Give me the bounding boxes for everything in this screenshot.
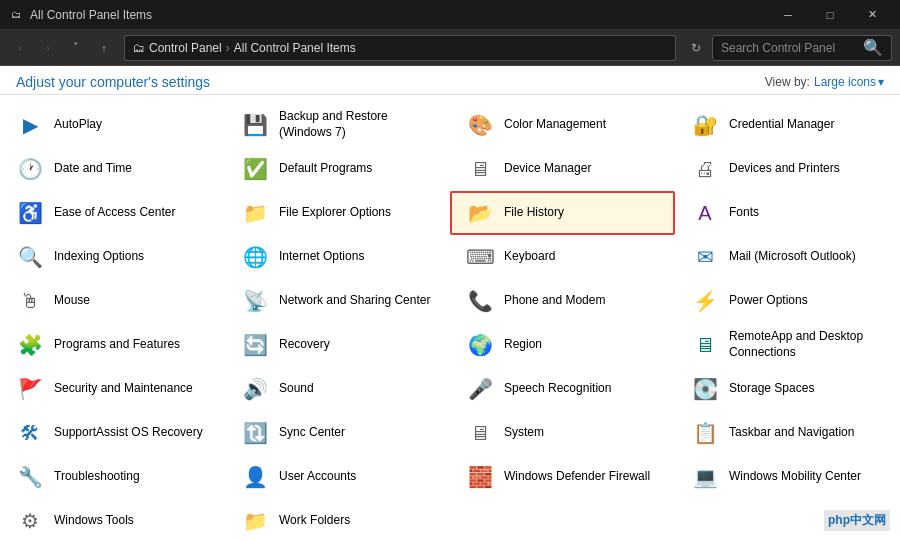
- item-label: Date and Time: [54, 161, 132, 177]
- control-item-security-and-maintenance[interactable]: 🚩Security and Maintenance: [0, 367, 225, 411]
- item-icon: 💾: [239, 109, 271, 141]
- item-label: File History: [504, 205, 564, 221]
- control-item-default-programs[interactable]: ✅Default Programs: [225, 147, 450, 191]
- item-label: Internet Options: [279, 249, 364, 265]
- view-by-link[interactable]: Large icons ▾: [814, 75, 884, 89]
- control-item-internet-options[interactable]: 🌐Internet Options: [225, 235, 450, 279]
- close-button[interactable]: ✕: [852, 0, 892, 30]
- control-item-network-and-sharing-center[interactable]: 📡Network and Sharing Center: [225, 279, 450, 323]
- control-item-system[interactable]: 🖥System: [450, 411, 675, 455]
- search-bar[interactable]: 🔍: [712, 35, 892, 61]
- control-item-work-folders[interactable]: 📁Work Folders: [225, 499, 450, 539]
- control-item-speech-recognition[interactable]: 🎤Speech Recognition: [450, 367, 675, 411]
- item-label: Network and Sharing Center: [279, 293, 430, 309]
- nav-bar: ‹ › ˅ ↑ 🗂 Control Panel › All Control Pa…: [0, 30, 900, 66]
- item-label: Windows Mobility Center: [729, 469, 861, 485]
- view-by-value: Large icons: [814, 75, 876, 89]
- title-bar: 🗂 All Control Panel Items ─ □ ✕: [0, 0, 900, 30]
- control-item-file-explorer-options[interactable]: 📁File Explorer Options: [225, 191, 450, 235]
- item-icon: ♿: [14, 197, 46, 229]
- main-content: Adjust your computer's settings View by:…: [0, 66, 900, 539]
- control-item-mouse[interactable]: 🖱Mouse: [0, 279, 225, 323]
- item-label: Power Options: [729, 293, 808, 309]
- control-item-backup-and-restore-windows-7[interactable]: 💾Backup and Restore (Windows 7): [225, 103, 450, 147]
- control-item-devices-and-printers[interactable]: 🖨Devices and Printers: [675, 147, 900, 191]
- item-icon: 🖥: [689, 329, 721, 361]
- watermark-text1: php: [828, 513, 850, 527]
- item-label: Device Manager: [504, 161, 591, 177]
- item-label: SupportAssist OS Recovery: [54, 425, 203, 441]
- item-label: Speech Recognition: [504, 381, 611, 397]
- control-item-device-manager[interactable]: 🖥Device Manager: [450, 147, 675, 191]
- up-button[interactable]: ↑: [92, 36, 116, 60]
- control-item-storage-spaces[interactable]: 💽Storage Spaces: [675, 367, 900, 411]
- item-icon: 📞: [464, 285, 496, 317]
- back-button[interactable]: ‹: [8, 36, 32, 60]
- item-icon: 🖱: [14, 285, 46, 317]
- control-item-programs-and-features[interactable]: 🧩Programs and Features: [0, 323, 225, 367]
- control-item-phone-and-modem[interactable]: 📞Phone and Modem: [450, 279, 675, 323]
- control-item-mail-microsoft-outlook[interactable]: ✉Mail (Microsoft Outlook): [675, 235, 900, 279]
- item-icon: 🌍: [464, 329, 496, 361]
- control-item-sync-center[interactable]: 🔃Sync Center: [225, 411, 450, 455]
- control-item-color-management[interactable]: 🎨Color Management: [450, 103, 675, 147]
- item-icon: 🔄: [239, 329, 271, 361]
- control-item-troubleshooting[interactable]: 🔧Troubleshooting: [0, 455, 225, 499]
- minimize-button[interactable]: ─: [768, 0, 808, 30]
- window-controls: ─ □ ✕: [768, 0, 892, 30]
- item-icon: 🌐: [239, 241, 271, 273]
- item-label: Color Management: [504, 117, 606, 133]
- window-icon: 🗂: [8, 7, 24, 23]
- control-item-recovery[interactable]: 🔄Recovery: [225, 323, 450, 367]
- item-icon: 🧱: [464, 461, 496, 493]
- control-item-autoplay[interactable]: ▶AutoPlay: [0, 103, 225, 147]
- item-icon: 🖨: [689, 153, 721, 185]
- control-item-taskbar-and-navigation[interactable]: 📋Taskbar and Navigation: [675, 411, 900, 455]
- search-icon: 🔍: [863, 38, 883, 57]
- control-item-keyboard[interactable]: ⌨Keyboard: [450, 235, 675, 279]
- item-label: Sync Center: [279, 425, 345, 441]
- item-icon: 🖥: [464, 417, 496, 449]
- item-label: Mouse: [54, 293, 90, 309]
- control-item-remoteapp-and-desktop-connections[interactable]: 🖥RemoteApp and Desktop Connections: [675, 323, 900, 367]
- control-item-date-and-time[interactable]: 🕐Date and Time: [0, 147, 225, 191]
- watermark-text2: 中文网: [850, 513, 886, 527]
- item-label: Programs and Features: [54, 337, 180, 353]
- control-item-file-history[interactable]: 📂File History: [450, 191, 675, 235]
- control-item-power-options[interactable]: ⚡Power Options: [675, 279, 900, 323]
- control-item-windows-defender-firewall[interactable]: 🧱Windows Defender Firewall: [450, 455, 675, 499]
- item-icon: ⚙: [14, 505, 46, 537]
- item-icon: 📁: [239, 505, 271, 537]
- control-item-fonts[interactable]: AFonts: [675, 191, 900, 235]
- control-item-ease-of-access-center[interactable]: ♿Ease of Access Center: [0, 191, 225, 235]
- item-icon: 🕐: [14, 153, 46, 185]
- item-icon: 💽: [689, 373, 721, 405]
- item-icon: 🚩: [14, 373, 46, 405]
- address-bar[interactable]: 🗂 Control Panel › All Control Panel Item…: [124, 35, 676, 61]
- control-item-region[interactable]: 🌍Region: [450, 323, 675, 367]
- item-label: Work Folders: [279, 513, 350, 529]
- item-label: Phone and Modem: [504, 293, 605, 309]
- item-icon: ▶: [14, 109, 46, 141]
- item-label: Storage Spaces: [729, 381, 814, 397]
- control-item-credential-manager[interactable]: 🔐Credential Manager: [675, 103, 900, 147]
- search-input[interactable]: [721, 41, 859, 55]
- forward-button[interactable]: ›: [36, 36, 60, 60]
- address-sep-1: ›: [226, 41, 230, 55]
- items-grid: ▶AutoPlay💾Backup and Restore (Windows 7)…: [0, 95, 900, 539]
- item-icon: A: [689, 197, 721, 229]
- item-label: File Explorer Options: [279, 205, 391, 221]
- control-item-windows-tools[interactable]: ⚙Windows Tools: [0, 499, 225, 539]
- maximize-button[interactable]: □: [810, 0, 850, 30]
- dropdown-button[interactable]: ˅: [64, 36, 88, 60]
- item-icon: 👤: [239, 461, 271, 493]
- refresh-button[interactable]: ↻: [684, 36, 708, 60]
- control-item-sound[interactable]: 🔊Sound: [225, 367, 450, 411]
- item-icon: ✉: [689, 241, 721, 273]
- watermark: php中文网: [824, 510, 890, 531]
- control-item-windows-mobility-center[interactable]: 💻Windows Mobility Center: [675, 455, 900, 499]
- control-item-supportassist-os-recovery[interactable]: 🛠SupportAssist OS Recovery: [0, 411, 225, 455]
- control-item-indexing-options[interactable]: 🔍Indexing Options: [0, 235, 225, 279]
- control-item-user-accounts[interactable]: 👤User Accounts: [225, 455, 450, 499]
- item-icon: 🔍: [14, 241, 46, 273]
